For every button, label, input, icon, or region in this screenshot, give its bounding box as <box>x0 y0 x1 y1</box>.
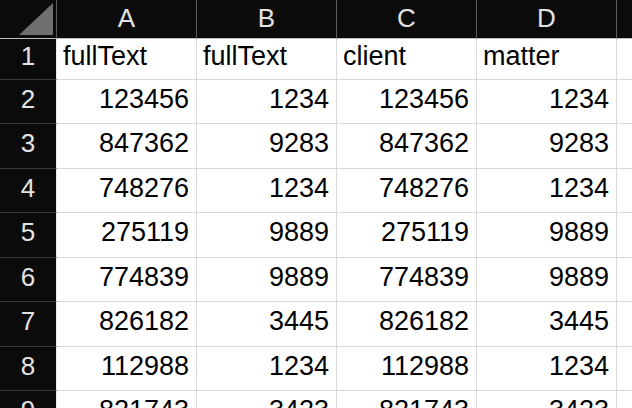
cell-A1[interactable]: fullText <box>57 39 197 80</box>
row-header-1[interactable]: 1 <box>0 39 57 80</box>
cell-C7[interactable]: 826182 <box>337 302 477 347</box>
cell-D6[interactable]: 9889 <box>477 258 617 302</box>
cell-D7[interactable]: 3445 <box>477 302 617 347</box>
cell-E6[interactable] <box>617 258 632 302</box>
cell-E9[interactable] <box>617 391 632 408</box>
row-header-9[interactable]: 9 <box>0 391 57 408</box>
cell-A5[interactable]: 275119 <box>57 213 197 258</box>
cell-E8[interactable] <box>617 347 632 391</box>
cell-C8[interactable]: 112988 <box>337 347 477 391</box>
cell-C2[interactable]: 123456 <box>337 80 477 124</box>
cell-B8[interactable]: 1234 <box>197 347 337 391</box>
cell-D9[interactable]: 3423 <box>477 391 617 408</box>
row-header-2[interactable]: 2 <box>0 80 57 124</box>
cell-B6[interactable]: 9889 <box>197 258 337 302</box>
column-header-E-partial[interactable] <box>617 0 632 39</box>
cell-D4[interactable]: 1234 <box>477 169 617 213</box>
cell-E3[interactable] <box>617 124 632 169</box>
cell-C3[interactable]: 847362 <box>337 124 477 169</box>
cell-B2[interactable]: 1234 <box>197 80 337 124</box>
select-all-triangle-icon <box>19 3 53 35</box>
column-header-D[interactable]: D <box>477 0 617 39</box>
cell-A8[interactable]: 112988 <box>57 347 197 391</box>
cell-C6[interactable]: 774839 <box>337 258 477 302</box>
row-header-5[interactable]: 5 <box>0 213 57 258</box>
cell-D3[interactable]: 9283 <box>477 124 617 169</box>
cell-C1[interactable]: client <box>337 39 477 80</box>
spreadsheet-grid: A B C D 1 fullText fullText client matte… <box>0 0 632 408</box>
cell-E2[interactable] <box>617 80 632 124</box>
cell-A3[interactable]: 847362 <box>57 124 197 169</box>
cell-B3[interactable]: 9283 <box>197 124 337 169</box>
cell-D1[interactable]: matter <box>477 39 617 80</box>
column-header-A[interactable]: A <box>57 0 197 39</box>
column-header-B[interactable]: B <box>197 0 337 39</box>
select-all-corner[interactable] <box>0 0 57 39</box>
cell-A4[interactable]: 748276 <box>57 169 197 213</box>
cell-A9[interactable]: 821743 <box>57 391 197 408</box>
row-header-3[interactable]: 3 <box>0 124 57 169</box>
cell-B1[interactable]: fullText <box>197 39 337 80</box>
cell-D2[interactable]: 1234 <box>477 80 617 124</box>
cell-E1[interactable] <box>617 39 632 80</box>
cell-B4[interactable]: 1234 <box>197 169 337 213</box>
cell-D5[interactable]: 9889 <box>477 213 617 258</box>
row-header-6[interactable]: 6 <box>0 258 57 302</box>
cell-A7[interactable]: 826182 <box>57 302 197 347</box>
spreadsheet-window: A B C D 1 fullText fullText client matte… <box>0 0 632 408</box>
row-header-4[interactable]: 4 <box>0 169 57 213</box>
row-header-8[interactable]: 8 <box>0 347 57 391</box>
column-header-C[interactable]: C <box>337 0 477 39</box>
cell-E5[interactable] <box>617 213 632 258</box>
cell-B7[interactable]: 3445 <box>197 302 337 347</box>
cell-E7[interactable] <box>617 302 632 347</box>
cell-A6[interactable]: 774839 <box>57 258 197 302</box>
cell-B9[interactable]: 3423 <box>197 391 337 408</box>
cell-D8[interactable]: 1234 <box>477 347 617 391</box>
cell-C9[interactable]: 821743 <box>337 391 477 408</box>
cell-E4[interactable] <box>617 169 632 213</box>
cell-A2[interactable]: 123456 <box>57 80 197 124</box>
cell-C5[interactable]: 275119 <box>337 213 477 258</box>
row-header-7[interactable]: 7 <box>0 302 57 347</box>
cell-B5[interactable]: 9889 <box>197 213 337 258</box>
cell-C4[interactable]: 748276 <box>337 169 477 213</box>
